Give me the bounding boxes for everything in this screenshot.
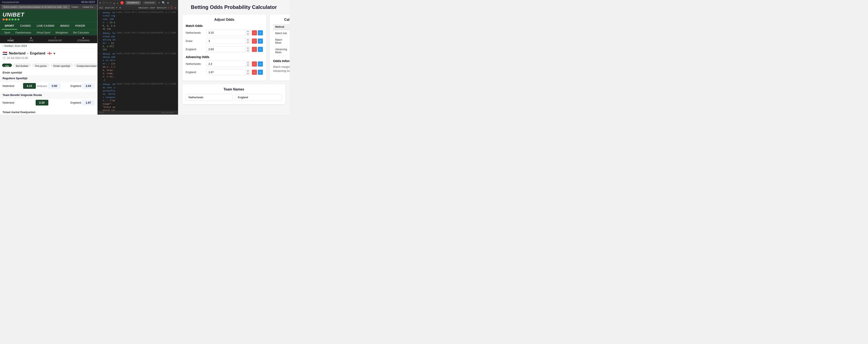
icon-nav-binnenkort[interactable]: ⏱ BINNENKORT [48,37,62,42]
england-down[interactable]: ▼ [246,49,250,52]
filter-einde-speeltijd[interactable]: Einde speeltijd [51,64,73,67]
sub-sport[interactable]: Sport [2,30,13,35]
adv-england-input[interactable] [207,69,246,75]
log-entry[interactable]: ▸ Debug: Odds sent successfully. Server … [98,82,177,111]
icon-nav-streaming[interactable]: ▶ STREAMING [77,37,90,42]
sub-bet-calculator[interactable]: Bet Calculator [71,30,92,35]
gear-filter-icon[interactable]: ⚙ [119,6,121,9]
adv-england-plus-btn[interactable]: + [258,70,263,75]
adjust-odds-card: Adjust Odds Match Odds Netherlands: ▲ ▼ … [182,14,266,81]
filter-doelpuntenmaker[interactable]: Doelpuntenmaker [74,64,97,67]
dock-icon[interactable]: □ [103,1,104,4]
network-icon[interactable]: ☁ [113,1,115,5]
nederland-bereikt-odd[interactable]: 2.20 [36,100,48,105]
sub-paardenraces[interactable]: Paardenraces [13,30,34,35]
undock-icon[interactable]: ⬚ [106,1,108,5]
adv-netherlands-up[interactable]: ▲ [246,61,250,64]
adv-england-spinner: ▲ ▼ [246,69,250,75]
netherlands-minus-btn[interactable]: − [252,30,257,35]
adv-netherlands-minus-btn[interactable]: − [252,61,257,67]
gelijkspel-odd-btn[interactable]: 3.00 [48,83,61,89]
england-minus-btn[interactable]: − [252,47,257,52]
adv-england-input-group: ▲ ▼ [207,69,250,75]
adv-england-field-row: England: ▲ ▼ − + [186,69,263,75]
draw-plus-btn[interactable]: + [258,39,263,44]
vs-separator: - [27,51,28,55]
search-devtools-icon[interactable]: 🔍 [162,1,165,5]
adv-netherlands-input[interactable] [207,61,246,67]
nav-casino[interactable]: CASINO [17,23,34,30]
nav-sport[interactable]: SPORT [2,23,17,30]
match-margin: Match margin: 3.10% [273,65,290,68]
nederland-odd-btn[interactable]: 3.15 [23,83,36,89]
devtools-log[interactable]: ▸ Debug: Fetched regular odds: – [3.15, … [97,10,178,111]
tab-console[interactable]: Console [143,1,156,5]
breadcrumb-voetbal[interactable]: Voetbal [4,44,13,47]
england-input-group: ▲ ▼ [207,46,250,52]
close-devtools-icon[interactable]: ✕ [99,1,101,5]
odds-row-reguliere: Nederland 3.15 Gelijkspel 3.00 Engeland … [0,82,97,90]
page-title: Betting Odds Probability Calculator [182,4,285,10]
netherlands-down[interactable]: ▼ [246,33,250,36]
settings-icon[interactable]: ⚙ [167,1,169,5]
filter-bet-builder[interactable]: Bet Builder [13,64,31,67]
adv-england-up[interactable]: ▲ [246,69,250,72]
col-method: Method [273,24,289,30]
icon-nav-live[interactable]: ◉ LIVE [29,37,33,42]
sources-dropdown-icon[interactable]: ▾ [116,6,118,9]
browser-tab-unibet-commun[interactable]: Unibet Commun... [83,6,96,8]
team2-name-input[interactable] [235,94,282,101]
england-plus-btn[interactable]: + [258,47,263,52]
flag-england: 🏴󠁧󠁢󠁥󠁮󠁧󠁿 [47,51,52,56]
draw-minus-btn[interactable]: − [252,39,257,44]
adv-netherlands-down[interactable]: ▼ [246,64,250,67]
netherlands-input[interactable] [207,30,246,36]
draw-down[interactable]: ▼ [246,41,250,44]
log-entry[interactable]: ▸ Debug: Fetched advancing odds: – [2.2,… [98,31,177,52]
error-icon[interactable]: 🔴 [120,1,124,5]
warning-icon[interactable]: ⚠ [117,1,118,5]
adv-england-down[interactable]: ▼ [246,72,250,75]
more-tools-icon[interactable]: » [158,1,160,4]
emulate-toggle[interactable]: □ [168,7,169,9]
breadcrumb-euro2024[interactable]: Euro 2024 [15,44,27,47]
engeland-bereikt-odd[interactable]: 1.67 [82,100,95,105]
dropdown-icon[interactable]: ▾ [54,51,55,56]
icon-nav-home[interactable]: ⌂ HOME [7,37,14,42]
draw-up[interactable]: ▲ [246,38,250,41]
log-entry[interactable]: ▸ Debug: Sending odds to server: – {team… [98,52,177,82]
filter-pre-packs[interactable]: Pre-packs [32,64,50,67]
netherlands-up[interactable]: ▲ [246,30,250,33]
dot-1 [3,19,5,21]
nav-bingo[interactable]: BINGO [57,23,72,30]
home-icon: ⌂ [10,37,11,39]
clear-log-icon[interactable]: 🚫 [170,6,174,9]
inspect-icon[interactable]: ↔ [110,1,111,4]
sub-virtual-sport[interactable]: Virtual Sport [34,30,53,35]
england-input[interactable] [207,46,246,52]
tab-elements[interactable]: Elements [125,1,141,5]
dot-5 [14,19,17,21]
sub-wedgidsen[interactable]: Wedgidsen [53,30,71,35]
nav-poker[interactable]: POKER [72,23,88,30]
browser-bar: Online wedden | Sportweddenschappen en d… [0,4,97,10]
netherlands-plus-btn[interactable]: + [258,30,263,35]
log-entry[interactable]: ▸ Debug: Fetched regular odds: – [3.15, … [98,11,177,31]
adv-england-minus-btn[interactable]: − [252,70,257,75]
nav-live-casino[interactable]: LIVE CASINO [34,23,57,30]
filter-alle[interactable]: Alle [2,64,12,67]
browser-tab-active[interactable]: Online wedden | Sportweddenschappen en d… [2,5,70,9]
logo-dots [3,19,95,21]
browser-tab-unibet-impact[interactable]: Unibet Impact [71,6,82,8]
england-up[interactable]: ▲ [246,46,250,49]
adv-netherlands-plus-btn[interactable]: + [258,61,263,67]
home-team-name: Nederland [9,51,26,55]
match-teams: 🇳🇱 Nederland - Engeland 🏴󠁧󠁢󠁥󠁮󠁧󠁿 ▾ [3,51,95,56]
engeland-odd-btn[interactable]: 2.63 [82,83,95,89]
draw-input[interactable] [207,38,246,44]
binnenkort-icon: ⏱ [54,37,56,39]
team-names-row [186,94,282,101]
nederland-label: Nederland [3,84,22,88]
team1-name-input[interactable] [186,94,232,101]
refresh-icon[interactable]: ↺ [175,6,176,9]
